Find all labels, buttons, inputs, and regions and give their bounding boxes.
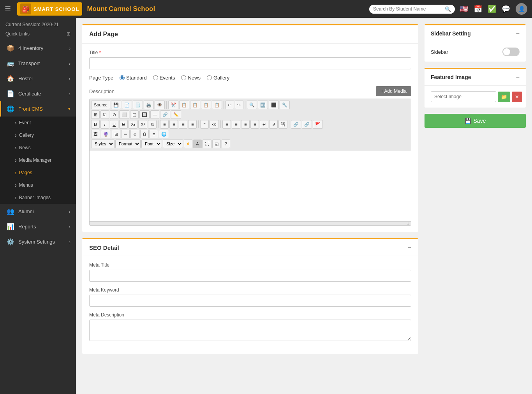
upload-image-button[interactable]: 📁 (498, 92, 510, 102)
smiley-button[interactable]: ☺ (130, 130, 139, 138)
sidebar-item-inventory[interactable]: 📦 4 Inventory › (0, 41, 76, 56)
anchor-button[interactable]: 🚩 (313, 120, 323, 129)
sidebar-item-transport[interactable]: 🚌 Transport › (0, 56, 76, 71)
italic-button[interactable]: I (100, 120, 109, 129)
meta-title-input[interactable] (89, 270, 411, 282)
page-break-button[interactable]: ≡ (150, 130, 158, 138)
table2-button[interactable]: ⊞ (112, 130, 120, 138)
template-button[interactable]: 🗒️ (133, 101, 143, 109)
format-select[interactable]: Format (115, 140, 141, 148)
find-button[interactable]: 🔍 (247, 101, 257, 109)
font-select[interactable]: Font (141, 140, 162, 148)
flag-icon[interactable]: 🇺🇸 (460, 5, 468, 13)
title-input[interactable] (89, 57, 411, 69)
sidebar-item-pages[interactable]: Pages (0, 166, 76, 179)
sidebar-item-front-cms[interactable]: 🌐 Front CMS ▾ (0, 101, 76, 117)
align-justify-button[interactable]: ≡ (250, 120, 259, 129)
print-button[interactable]: 🖨️ (144, 101, 154, 109)
link-button[interactable]: 🔗 (160, 110, 170, 119)
special-char-button[interactable]: Ω (140, 130, 149, 138)
sidebar-item-certificate[interactable]: 📄 Certificate › (0, 86, 76, 101)
sidebar-item-system-settings[interactable]: ⚙️ System Settings › (0, 234, 76, 249)
font-color-button[interactable]: A (184, 140, 192, 148)
sidebar-item-hostel[interactable]: 🏠 Hostel › (0, 71, 76, 86)
edit-button[interactable]: ✏️ (171, 110, 181, 119)
indent-button[interactable]: ≡ (179, 120, 187, 129)
delete-image-button[interactable]: ✕ (512, 92, 522, 102)
meta-description-input[interactable] (89, 320, 411, 341)
featured-image-collapse[interactable]: – (516, 74, 520, 81)
div-button[interactable]: ≪ (210, 120, 219, 129)
page-type-events[interactable]: Events (153, 75, 175, 81)
copy-button[interactable]: 📋 (179, 101, 189, 109)
image-button[interactable]: 🖼 (91, 130, 100, 138)
save-doc-button[interactable]: 💾 (111, 101, 121, 109)
unordered-list-button[interactable]: ≡ (169, 120, 178, 129)
redo-button[interactable]: ↪ (235, 101, 243, 109)
sidebar-item-gallery[interactable]: Gallery (0, 129, 76, 141)
radio-button[interactable]: ⊙ (110, 110, 118, 119)
save-button[interactable]: 💾 Save (425, 114, 526, 128)
new-page-button[interactable]: 📄 (122, 101, 132, 109)
subscript-button[interactable]: X₂ (129, 120, 137, 129)
align-right-button[interactable]: ≡ (241, 120, 250, 129)
unlink-button[interactable]: 🔗 (302, 120, 312, 129)
meta-keyword-input[interactable] (89, 295, 411, 307)
blockquote-button[interactable]: ❝ (200, 120, 209, 129)
language-button[interactable]: 語 (278, 120, 287, 129)
select-image-input[interactable] (431, 91, 496, 102)
bg-color-button[interactable]: A (193, 140, 202, 148)
strikethrough-button[interactable]: S (119, 120, 128, 129)
hr-button[interactable]: — (150, 110, 159, 119)
sidebar-item-banner-images[interactable]: Banner Images (0, 191, 76, 204)
flash-button[interactable]: 🔮 (101, 130, 111, 138)
hline-button[interactable]: ═ (121, 130, 130, 138)
page-type-news[interactable]: News (181, 75, 201, 81)
undo-button[interactable]: ↩ (225, 101, 234, 109)
iframe-button[interactable]: 🌐 (159, 130, 169, 138)
whatsapp-icon[interactable]: 💬 (502, 5, 510, 13)
page-type-standard[interactable]: Standard (120, 75, 147, 81)
underline-button[interactable]: U (110, 120, 118, 129)
source-button[interactable]: Source (91, 101, 110, 109)
checkbox-button[interactable]: ☑ (100, 110, 109, 119)
hamburger-icon[interactable]: ☰ (5, 5, 11, 13)
remove-format-button[interactable]: Ix (148, 120, 157, 129)
paste-button[interactable]: 📋 (190, 101, 200, 109)
spell-check-button[interactable]: 🔧 (280, 101, 290, 109)
sidebar-item-menus[interactable]: Menus (0, 179, 76, 191)
sidebar-item-reports[interactable]: 📊 Reports › (0, 219, 76, 234)
bold-button[interactable]: B (91, 120, 100, 129)
paste-text-button[interactable]: 📋 (201, 101, 211, 109)
btn-button[interactable]: 🔲 (139, 110, 150, 119)
editor-body[interactable] (90, 151, 411, 221)
size-select[interactable]: Size (163, 140, 183, 148)
page-type-gallery[interactable]: Gallery (207, 75, 229, 81)
show-blocks-button[interactable]: ◱ (212, 140, 221, 148)
table-button[interactable]: ⊞ (91, 110, 100, 119)
link2-button[interactable]: 🔗 (291, 120, 301, 129)
align-center-button[interactable]: ≡ (232, 120, 240, 129)
align-left-button[interactable]: ≡ (222, 120, 231, 129)
search-input[interactable] (373, 6, 442, 12)
sidebar-setting-collapse[interactable]: – (516, 30, 520, 37)
textbox-button[interactable]: ⬜ (119, 110, 129, 119)
help-button[interactable]: ? (222, 140, 230, 148)
avatar[interactable]: 👤 (516, 3, 527, 15)
sidebar-item-alumni[interactable]: 👥 Alumni › (0, 204, 76, 219)
maximize-button[interactable]: ⛶ (203, 140, 211, 148)
seo-collapse-button[interactable]: – (408, 244, 411, 251)
replace-button[interactable]: 🔤 (258, 101, 268, 109)
sidebar-item-news[interactable]: News (0, 141, 76, 154)
sidebar-item-media-manager[interactable]: Media Manager (0, 154, 76, 166)
calendar-icon[interactable]: 📅 (474, 5, 482, 13)
paste-word-button[interactable]: 📋 (212, 101, 222, 109)
styles-select[interactable]: Styles (91, 140, 115, 148)
sidebar-toggle[interactable] (502, 48, 520, 56)
select-button[interactable]: ▢ (130, 110, 139, 119)
preview-button[interactable]: 👁️ (155, 101, 165, 109)
add-media-button[interactable]: + Add Media (376, 86, 411, 96)
ordered-list-button[interactable]: ≡ (160, 120, 169, 129)
outdent-button[interactable]: ≡ (188, 120, 197, 129)
bidi-ltr-button[interactable]: ↵ (260, 120, 268, 129)
